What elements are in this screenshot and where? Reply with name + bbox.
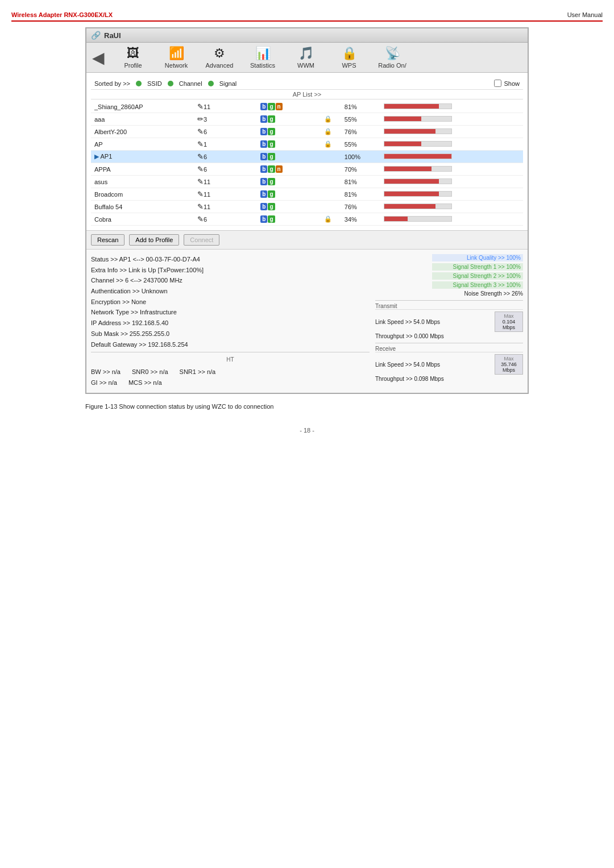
toolbar-statistics[interactable]: 📊 Statistics — [246, 46, 280, 69]
status-panel: Status >> AP1 <--> 00-03-7F-00-D7-A4 Ext… — [86, 249, 528, 393]
ssid-col-label: SSID — [147, 80, 162, 87]
mode-badge-g: g — [268, 140, 275, 148]
ap-modes: bg — [257, 188, 320, 201]
ap-table-row[interactable]: APPA✎6bgn70% — [91, 163, 523, 176]
signal-bar-container — [384, 141, 452, 147]
toolbar-network[interactable]: 📶 Network — [159, 46, 193, 69]
lock-icon: 🔒 — [324, 115, 332, 122]
ap-table-row[interactable]: Cobra✎6bg🔒34% — [91, 213, 523, 226]
channel-icon: ✎ — [197, 127, 204, 136]
main-content: Sorted by >> SSID Channel Signal Show AP… — [86, 73, 528, 230]
ap-ssid: asus — [91, 176, 194, 188]
ap-table-row[interactable]: asus✎11bg81% — [91, 176, 523, 188]
ap-table-row[interactable]: AlbertY-200✎6bg🔒76% — [91, 126, 523, 138]
ap-lock — [321, 163, 341, 176]
ap-modes: bg — [257, 201, 320, 213]
ap-signal-bar — [380, 213, 523, 226]
ap-table-row[interactable]: ▶ AP1✎6bg100% — [91, 151, 523, 163]
signal-bar-container — [384, 116, 452, 122]
connect-button[interactable]: Connect — [184, 234, 219, 246]
ap-signal-pct: 81% — [341, 176, 381, 188]
ap-signal-bar — [380, 176, 523, 188]
ap-modes: bgn — [257, 163, 320, 176]
default-gateway: Default Gateway >> 192.168.5.254 — [91, 339, 370, 350]
channel-col-label: Channel — [179, 80, 202, 87]
toolbar-profile[interactable]: 🖼 Profile — [116, 46, 150, 69]
ssid-dot — [136, 81, 142, 86]
lock-icon: 🔒 — [324, 140, 332, 147]
ap-modes: bg — [257, 176, 320, 188]
toolbar-wmm[interactable]: 🎵 WWM — [289, 46, 323, 69]
ap-modes: bg — [257, 113, 320, 126]
signal-bar-fill — [384, 204, 435, 209]
signal-bar-fill — [384, 154, 451, 159]
ap-signal-bar — [380, 126, 523, 138]
ap-table-row[interactable]: AP✎1bg🔒55% — [91, 138, 523, 151]
statistics-icon: 📊 — [255, 46, 271, 61]
mode-badge-b: b — [260, 103, 267, 110]
channel-icon: ✎ — [197, 102, 204, 111]
add-to-profile-button[interactable]: Add to Profile — [129, 234, 179, 246]
channel-icon: ✎ — [197, 152, 204, 161]
ap-table: _Shiang_2860AP✎11bgn81%aaa✏3bg🔒55%Albert… — [91, 101, 523, 226]
status-left: Status >> AP1 <--> 00-03-7F-00-D7-A4 Ext… — [91, 254, 370, 388]
channel-info: Channel >> 6 <--> 2437000 MHz — [91, 275, 370, 286]
ap-signal-bar — [380, 163, 523, 176]
header-left: Wireless Adapter RNX-G300EX/LX — [11, 11, 113, 18]
ap-channel: ✎11 — [194, 188, 257, 201]
channel-icon: ✎ — [197, 165, 204, 173]
radio-icon: 📡 — [385, 46, 400, 61]
page-header: Wireless Adapter RNX-G300EX/LX User Manu… — [11, 11, 603, 22]
ap-signal-pct: 81% — [341, 188, 381, 201]
transmit-section: Transmit Link Speed >> 54.0 Mbps Max 0.1… — [375, 300, 523, 339]
transmit-link-speed-row: Link Speed >> 54.0 Mbps Max 0.104 Mbps — [375, 312, 523, 332]
auth-info: Authentication >> Unknown — [91, 286, 370, 297]
mode-badge-b: b — [260, 178, 267, 185]
ap-table-row[interactable]: Broadcom✎11bg81% — [91, 188, 523, 201]
signal-bar-fill — [384, 142, 421, 146]
link-quality-label: Link Quality >> 100% — [432, 254, 523, 261]
ht-label: HT — [91, 355, 370, 364]
status-line: Status >> AP1 <--> 00-03-7F-00-D7-A4 — [91, 254, 370, 265]
receive-link-speed-row: Link Speed >> 54.0 Mbps Max 35.746 Mbps — [375, 354, 523, 375]
advanced-label: Advanced — [206, 62, 234, 69]
toolbar-radio[interactable]: 📡 Radio On/ — [375, 46, 409, 69]
mode-badge-g: g — [268, 153, 275, 160]
ap-signal-pct: 70% — [341, 163, 381, 176]
ap-table-row[interactable]: _Shiang_2860AP✎11bgn81% — [91, 101, 523, 113]
signal-bar-container — [384, 216, 452, 222]
ap-signal-pct: 81% — [341, 101, 381, 113]
ap-table-row[interactable]: Buffalo 54✎11bg76% — [91, 201, 523, 213]
receive-throughput-row: Throughput >> 0.098 Mbps — [375, 376, 523, 382]
ap-signal-pct: 100% — [341, 151, 381, 163]
ap-signal-pct: 76% — [341, 201, 381, 213]
ap-ssid: ▶ AP1 — [91, 151, 194, 163]
ap-signal-pct: 34% — [341, 213, 381, 226]
transmit-max-box: Max 0.104 Mbps — [495, 312, 523, 332]
header-bold: Wireless Adapter — [11, 11, 62, 18]
ip-address: IP Address >> 192.168.5.40 — [91, 318, 370, 329]
profile-icon: 🖼 — [127, 46, 139, 61]
transmit-max-label: Max — [497, 313, 520, 319]
mcs-info: MCS >> n/a — [128, 377, 162, 388]
back-button[interactable]: ◀ — [92, 48, 105, 67]
network-icon: 📶 — [169, 46, 184, 61]
figure-caption: Figure 1-13 Show connection status by us… — [85, 403, 529, 410]
toolbar: ◀ 🖼 Profile 📶 Network ⚙ Advanced 📊 Stati… — [86, 43, 528, 73]
bw-info: BW >> n/a — [91, 367, 121, 377]
signal-bar-fill — [384, 129, 435, 134]
app-window: 🔗 RaUI ◀ 🖼 Profile 📶 Network ⚙ Advanced … — [85, 27, 529, 394]
ap-lock — [321, 188, 341, 201]
gi-info: GI >> n/a — [91, 377, 117, 388]
signal3-label: Signal Strength 3 >> 100% — [432, 281, 523, 289]
ap-table-row[interactable]: aaa✏3bg🔒55% — [91, 113, 523, 126]
transmit-link-speed: Link Speed >> 54.0 Mbps — [375, 319, 490, 325]
toolbar-advanced[interactable]: ⚙ Advanced — [202, 46, 237, 69]
receive-max-label: Max — [497, 356, 520, 362]
ap-signal-pct: 55% — [341, 138, 381, 151]
signal1-label: Signal Strength 1 >> 100% — [432, 263, 523, 271]
show-checkbox[interactable] — [494, 80, 501, 87]
rescan-button[interactable]: Rescan — [91, 234, 125, 246]
ap-modes: bg — [257, 138, 320, 151]
toolbar-wps[interactable]: 🔒 WPS — [332, 46, 366, 69]
